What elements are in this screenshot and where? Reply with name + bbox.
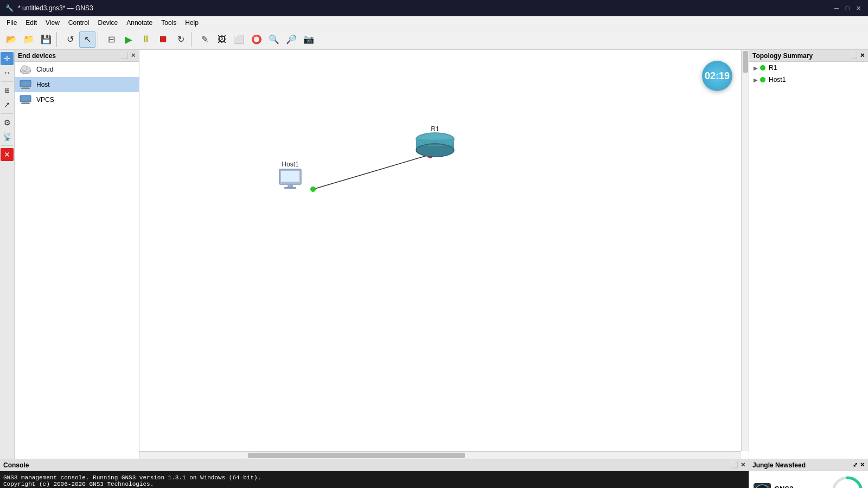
menu-help[interactable]: Help [181,18,203,28]
tool-pointer[interactable]: ✛ [1,52,14,65]
gns3-logo-icon: GNS3 [754,483,771,488]
maximize-button[interactable]: □ [843,4,852,12]
topology-node-host1[interactable]: ▶ Host1 [749,74,868,86]
jungle-logo-row: GNS3 GNS3 Jungle 48% ↑ 0.9K/s [754,476,864,488]
progress-ring-container: 48% ↑ 0.9K/s [831,476,864,488]
topology-node-r1[interactable]: ▶ R1 [749,62,868,74]
menubar: File Edit View Control Device Annotate T… [0,16,868,29]
jungle-close-btn[interactable]: ✕ [860,461,865,468]
host1-node[interactable]: Host1 [279,160,301,189]
cloud-icon [19,64,32,75]
r1-expand-arrow[interactable]: ▶ [754,65,758,71]
console-controls[interactable]: ⬜ ✕ [731,461,745,468]
svg-point-3 [22,66,27,71]
topology-header: Topology Summary ⬜ ✕ [749,50,868,62]
toolbar: 📂 📁 💾 ↺ ↖ ⊟ ▶ ⏸ ⏹ ↻ ✎ 🖼 ⬜ ⭕ 🔍 🔎 📷 [0,29,868,50]
tool-error[interactable]: ✕ [1,148,14,161]
menu-view[interactable]: View [41,18,64,28]
menu-device[interactable]: Device [94,18,123,28]
panel-controls[interactable]: ⬜ ✕ [121,52,136,59]
r1-node[interactable]: R1 [416,125,454,157]
main-layout: ✛ ↔ 🖥 ↗ ⚙ 📡 ✕ End devices ⬜ ✕ [0,50,868,459]
zoom-in-button[interactable]: 🔍 [266,31,282,48]
console-line-2: Copyright (c) 2006-2020 GNS3 Technologie… [3,481,745,487]
host1-port-dot [310,187,316,192]
add-image-button[interactable]: 🖼 [214,31,230,48]
console-title: Console [3,461,29,469]
jungle-title: Jungle Newsfeed [752,461,806,469]
timer-display[interactable]: 02:19 [702,61,732,91]
svg-line-14 [313,154,432,189]
console-float-btn[interactable]: ⬜ [731,461,738,468]
svg-point-25 [755,485,769,488]
svg-rect-10 [22,102,29,103]
tool-devices[interactable]: ⚙ [1,116,14,129]
tool-capture[interactable]: 📡 [1,130,14,143]
titlebar-left: 🔧 * untitled3.gns3* — GNS3 [5,4,93,12]
host1-status-dot [760,77,765,82]
menu-file[interactable]: File [2,18,21,28]
vertical-scrollbar[interactable] [741,50,749,451]
jungle-expand-btn[interactable]: ⤢ [853,461,858,468]
close-button[interactable]: ✕ [854,4,863,12]
vertical-scroll-thumb[interactable] [743,51,748,73]
save-button[interactable]: 💾 [38,31,54,48]
reload-all-button[interactable]: ↻ [173,31,189,48]
vpcs-label: VPCS [36,96,54,104]
menu-tools[interactable]: Tools [157,18,181,28]
topology-controls[interactable]: ⬜ ✕ [850,52,865,59]
stop-all-button[interactable]: ⏹ [155,31,171,48]
cloud-label: Cloud [36,66,53,73]
screenshot-button[interactable]: 📷 [301,31,317,48]
add-ellipse-button[interactable]: ⭕ [248,31,265,48]
host1-expand-arrow[interactable]: ▶ [754,77,758,83]
svg-rect-6 [21,88,30,89]
tool-link[interactable]: ↗ [1,98,14,111]
console-panel: Console ⬜ ✕ GNS3 management console. Run… [0,459,749,488]
zoom-out-button[interactable]: 🔎 [283,31,299,48]
panel-float-button[interactable]: ⬜ [121,52,129,59]
panel-close-button[interactable]: ✕ [131,52,136,59]
menu-edit[interactable]: Edit [21,18,41,28]
canvas-area[interactable]: R1 Host1 02:19 [139,50,749,459]
host-icon [19,79,32,90]
console-content[interactable]: GNS3 management console. Running GNS3 ve… [0,471,749,488]
console-all-button[interactable]: ⊟ [103,31,119,48]
device-vpcs[interactable]: VPCS [15,92,139,107]
jungle-logo-text-block: GNS3 Jungle [774,485,793,488]
titlebar: 🔧 * untitled3.gns3* — GNS3 ─ □ ✕ [0,0,868,16]
minimize-button[interactable]: ─ [832,4,841,12]
timer-value: 02:19 [705,70,730,82]
cursor-button[interactable]: ↖ [79,31,95,48]
topology-float-btn[interactable]: ⬜ [850,52,858,59]
tool-monitor[interactable]: 🖥 [1,84,14,97]
titlebar-controls[interactable]: ─ □ ✕ [832,4,863,12]
open-button[interactable]: 📂 [3,31,20,48]
svg-text:Host1: Host1 [282,160,299,168]
horizontal-scrollbar[interactable] [139,451,741,459]
open-file-button[interactable]: 📁 [21,31,37,48]
suspend-all-button[interactable]: ⏸ [138,31,154,48]
jungle-header-controls[interactable]: ⤢ ✕ [853,461,865,468]
device-cloud[interactable]: Cloud [15,62,139,77]
undo-button[interactable]: ↺ [62,31,78,48]
device-host[interactable]: Host [15,77,139,92]
horizontal-scroll-thumb[interactable] [248,453,465,458]
tool-move[interactable]: ↔ [1,66,14,79]
console-line-1: GNS3 management console. Running GNS3 ve… [3,474,745,481]
app-icon: 🔧 [5,4,14,12]
end-devices-header: End devices ⬜ ✕ [15,50,139,62]
menu-control[interactable]: Control [64,18,94,28]
end-devices-panel: End devices ⬜ ✕ Cloud [15,50,139,459]
menu-annotate[interactable]: Annotate [122,18,157,28]
r1-status-dot [760,65,765,70]
topology-title: Topology Summary [752,52,813,60]
add-note-button[interactable]: ✎ [196,31,213,48]
end-devices-title: End devices [18,52,56,60]
start-all-button[interactable]: ▶ [120,31,137,48]
console-close-btn[interactable]: ✕ [741,461,745,468]
add-rect-button[interactable]: ⬜ [231,31,247,48]
topology-close-btn[interactable]: ✕ [860,52,865,59]
gns3-text: GNS3 [774,485,793,488]
svg-text:R1: R1 [431,125,439,133]
